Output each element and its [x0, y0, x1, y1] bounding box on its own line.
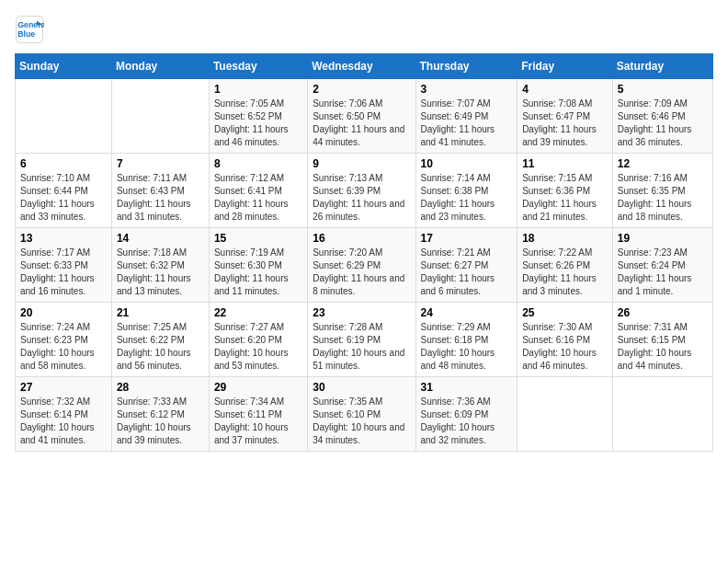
- calendar-cell: [111, 79, 209, 154]
- day-info: Sunrise: 7:35 AM Sunset: 6:10 PM Dayligh…: [313, 396, 410, 447]
- calendar-cell: 20Sunrise: 7:24 AM Sunset: 6:23 PM Dayli…: [16, 303, 112, 377]
- day-info: Sunrise: 7:18 AM Sunset: 6:32 PM Dayligh…: [117, 247, 204, 298]
- day-info: Sunrise: 7:16 AM Sunset: 6:35 PM Dayligh…: [618, 172, 708, 224]
- calendar-cell: 24Sunrise: 7:29 AM Sunset: 6:18 PM Dayli…: [415, 303, 518, 377]
- day-number: 9: [313, 157, 410, 170]
- calendar-cell: 18Sunrise: 7:22 AM Sunset: 6:26 PM Dayli…: [518, 228, 613, 303]
- day-info: Sunrise: 7:11 AM Sunset: 6:43 PM Dayligh…: [117, 172, 204, 224]
- day-info: Sunrise: 7:08 AM Sunset: 6:47 PM Dayligh…: [522, 98, 608, 149]
- day-number: 3: [421, 83, 513, 96]
- day-number: 30: [313, 381, 410, 394]
- day-info: Sunrise: 7:33 AM Sunset: 6:12 PM Dayligh…: [117, 396, 204, 447]
- calendar-cell: 27Sunrise: 7:32 AM Sunset: 6:14 PM Dayli…: [16, 377, 112, 452]
- calendar-week-row: 6Sunrise: 7:10 AM Sunset: 6:44 PM Daylig…: [16, 154, 713, 228]
- day-number: 22: [214, 306, 302, 319]
- day-number: 25: [522, 306, 608, 319]
- day-number: 12: [618, 157, 708, 170]
- day-info: Sunrise: 7:30 AM Sunset: 6:16 PM Dayligh…: [522, 321, 608, 373]
- day-number: 10: [421, 157, 513, 170]
- calendar-header-row: SundayMondayTuesdayWednesdayThursdayFrid…: [16, 54, 713, 79]
- calendar-cell: 14Sunrise: 7:18 AM Sunset: 6:32 PM Dayli…: [111, 228, 209, 303]
- calendar-cell: 2Sunrise: 7:06 AM Sunset: 6:50 PM Daylig…: [308, 79, 415, 154]
- day-number: 15: [214, 232, 302, 245]
- calendar-cell: 12Sunrise: 7:16 AM Sunset: 6:35 PM Dayli…: [612, 154, 712, 228]
- weekday-header: Thursday: [415, 54, 518, 79]
- day-info: Sunrise: 7:31 AM Sunset: 6:15 PM Dayligh…: [618, 321, 708, 373]
- calendar-week-row: 27Sunrise: 7:32 AM Sunset: 6:14 PM Dayli…: [16, 377, 713, 452]
- calendar-cell: 1Sunrise: 7:05 AM Sunset: 6:52 PM Daylig…: [209, 79, 307, 154]
- day-info: Sunrise: 7:07 AM Sunset: 6:49 PM Dayligh…: [421, 98, 513, 149]
- day-info: Sunrise: 7:12 AM Sunset: 6:41 PM Dayligh…: [214, 172, 302, 224]
- weekday-header: Friday: [518, 54, 613, 79]
- day-number: 6: [20, 157, 107, 170]
- calendar-week-row: 20Sunrise: 7:24 AM Sunset: 6:23 PM Dayli…: [16, 303, 713, 377]
- day-number: 4: [522, 83, 608, 96]
- day-number: 23: [313, 306, 410, 319]
- day-info: Sunrise: 7:29 AM Sunset: 6:18 PM Dayligh…: [421, 321, 513, 373]
- day-info: Sunrise: 7:17 AM Sunset: 6:33 PM Dayligh…: [20, 247, 107, 298]
- calendar-cell: 19Sunrise: 7:23 AM Sunset: 6:24 PM Dayli…: [612, 228, 712, 303]
- weekday-header: Sunday: [16, 54, 112, 79]
- calendar-cell: 16Sunrise: 7:20 AM Sunset: 6:29 PM Dayli…: [308, 228, 415, 303]
- day-number: 2: [313, 83, 410, 96]
- calendar-week-row: 1Sunrise: 7:05 AM Sunset: 6:52 PM Daylig…: [16, 79, 713, 154]
- calendar-cell: [612, 377, 712, 452]
- day-number: 19: [618, 232, 708, 245]
- calendar-cell: 11Sunrise: 7:15 AM Sunset: 6:36 PM Dayli…: [518, 154, 613, 228]
- calendar-week-row: 13Sunrise: 7:17 AM Sunset: 6:33 PM Dayli…: [16, 228, 713, 303]
- day-number: 21: [117, 306, 204, 319]
- day-number: 28: [117, 381, 204, 394]
- day-number: 1: [214, 83, 302, 96]
- day-number: 26: [618, 306, 708, 319]
- weekday-header: Monday: [111, 54, 209, 79]
- day-number: 16: [313, 232, 410, 245]
- day-info: Sunrise: 7:27 AM Sunset: 6:20 PM Dayligh…: [214, 321, 302, 373]
- calendar-cell: 21Sunrise: 7:25 AM Sunset: 6:22 PM Dayli…: [111, 303, 209, 377]
- day-info: Sunrise: 7:14 AM Sunset: 6:38 PM Dayligh…: [421, 172, 513, 224]
- day-info: Sunrise: 7:28 AM Sunset: 6:19 PM Dayligh…: [313, 321, 410, 373]
- day-number: 18: [522, 232, 608, 245]
- calendar-cell: 17Sunrise: 7:21 AM Sunset: 6:27 PM Dayli…: [415, 228, 518, 303]
- day-info: Sunrise: 7:21 AM Sunset: 6:27 PM Dayligh…: [421, 247, 513, 298]
- day-number: 11: [522, 157, 608, 170]
- weekday-header: Saturday: [612, 54, 712, 79]
- calendar-cell: [518, 377, 613, 452]
- svg-text:General: General: [17, 20, 44, 29]
- day-number: 31: [421, 381, 513, 394]
- day-info: Sunrise: 7:13 AM Sunset: 6:39 PM Dayligh…: [313, 172, 410, 224]
- day-info: Sunrise: 7:15 AM Sunset: 6:36 PM Dayligh…: [522, 172, 608, 224]
- calendar-cell: 10Sunrise: 7:14 AM Sunset: 6:38 PM Dayli…: [415, 154, 518, 228]
- weekday-header: Wednesday: [308, 54, 415, 79]
- day-info: Sunrise: 7:22 AM Sunset: 6:26 PM Dayligh…: [522, 247, 608, 298]
- day-info: Sunrise: 7:32 AM Sunset: 6:14 PM Dayligh…: [20, 396, 107, 447]
- day-info: Sunrise: 7:10 AM Sunset: 6:44 PM Dayligh…: [20, 172, 107, 224]
- day-info: Sunrise: 7:34 AM Sunset: 6:11 PM Dayligh…: [214, 396, 302, 447]
- calendar-cell: 3Sunrise: 7:07 AM Sunset: 6:49 PM Daylig…: [415, 79, 518, 154]
- day-number: 7: [117, 157, 204, 170]
- day-number: 27: [20, 381, 107, 394]
- svg-text:Blue: Blue: [17, 29, 35, 39]
- day-info: Sunrise: 7:19 AM Sunset: 6:30 PM Dayligh…: [214, 247, 302, 298]
- logo-icon: General Blue: [15, 15, 44, 44]
- day-info: Sunrise: 7:09 AM Sunset: 6:46 PM Dayligh…: [618, 98, 708, 149]
- day-info: Sunrise: 7:36 AM Sunset: 6:09 PM Dayligh…: [421, 396, 513, 447]
- calendar-table: SundayMondayTuesdayWednesdayThursdayFrid…: [15, 53, 713, 452]
- day-number: 13: [20, 232, 107, 245]
- day-info: Sunrise: 7:24 AM Sunset: 6:23 PM Dayligh…: [20, 321, 107, 373]
- day-number: 5: [618, 83, 708, 96]
- day-info: Sunrise: 7:20 AM Sunset: 6:29 PM Dayligh…: [313, 247, 410, 298]
- calendar-cell: 6Sunrise: 7:10 AM Sunset: 6:44 PM Daylig…: [16, 154, 112, 228]
- day-number: 8: [214, 157, 302, 170]
- day-number: 17: [421, 232, 513, 245]
- calendar-cell: 7Sunrise: 7:11 AM Sunset: 6:43 PM Daylig…: [111, 154, 209, 228]
- calendar-cell: [16, 79, 112, 154]
- day-number: 20: [20, 306, 107, 319]
- day-info: Sunrise: 7:23 AM Sunset: 6:24 PM Dayligh…: [618, 247, 708, 298]
- calendar-cell: 23Sunrise: 7:28 AM Sunset: 6:19 PM Dayli…: [308, 303, 415, 377]
- calendar-cell: 8Sunrise: 7:12 AM Sunset: 6:41 PM Daylig…: [209, 154, 307, 228]
- day-number: 24: [421, 306, 513, 319]
- calendar-cell: 5Sunrise: 7:09 AM Sunset: 6:46 PM Daylig…: [612, 79, 712, 154]
- day-number: 14: [117, 232, 204, 245]
- calendar-cell: 28Sunrise: 7:33 AM Sunset: 6:12 PM Dayli…: [111, 377, 209, 452]
- calendar-cell: 26Sunrise: 7:31 AM Sunset: 6:15 PM Dayli…: [612, 303, 712, 377]
